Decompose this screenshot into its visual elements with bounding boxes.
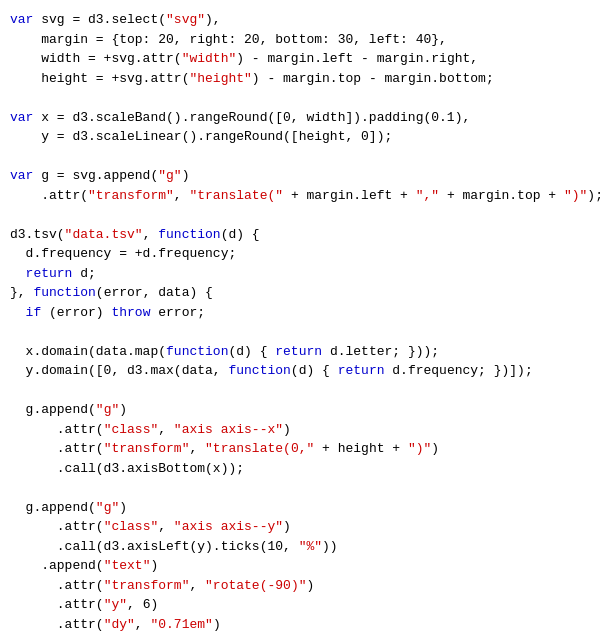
line-9: var g = svg.append("g"): [10, 166, 590, 186]
line-7: y = d3.scaleLinear().rangeRound([height,…: [10, 127, 590, 147]
line-8: [10, 147, 590, 167]
line-10: .attr("transform", "translate(" + margin…: [10, 186, 590, 206]
line-19: y.domain([0, d3.max(data, function(d) { …: [10, 361, 590, 381]
line-14: return d;: [10, 264, 590, 284]
line-18: x.domain(data.map(function(d) { return d…: [10, 342, 590, 362]
line-5: [10, 88, 590, 108]
line-4: height = +svg.attr("height") - margin.to…: [10, 69, 590, 89]
line-25: [10, 478, 590, 498]
line-1: var svg = d3.select("svg"),: [10, 10, 590, 30]
line-11: [10, 205, 590, 225]
line-29: .append("text"): [10, 556, 590, 576]
line-16: if (error) throw error;: [10, 303, 590, 323]
line-20: [10, 381, 590, 401]
line-24: .call(d3.axisBottom(x));: [10, 459, 590, 479]
line-32: .attr("dy", "0.71em"): [10, 615, 590, 635]
line-22: .attr("class", "axis axis--x"): [10, 420, 590, 440]
line-2: margin = {top: 20, right: 20, bottom: 30…: [10, 30, 590, 50]
line-27: .attr("class", "axis axis--y"): [10, 517, 590, 537]
line-15: }, function(error, data) {: [10, 283, 590, 303]
line-23: .attr("transform", "translate(0," + heig…: [10, 439, 590, 459]
line-28: .call(d3.axisLeft(y).ticks(10, "%")): [10, 537, 590, 557]
line-12: d3.tsv("data.tsv", function(d) {: [10, 225, 590, 245]
line-31: .attr("y", 6): [10, 595, 590, 615]
code-container: var svg = d3.select("svg"), margin = {to…: [10, 10, 590, 637]
line-21: g.append("g"): [10, 400, 590, 420]
line-6: var x = d3.scaleBand().rangeRound([0, wi…: [10, 108, 590, 128]
line-26: g.append("g"): [10, 498, 590, 518]
line-3: width = +svg.attr("width") - margin.left…: [10, 49, 590, 69]
line-13: d.frequency = +d.frequency;: [10, 244, 590, 264]
line-17: [10, 322, 590, 342]
line-30: .attr("transform", "rotate(-90)"): [10, 576, 590, 596]
